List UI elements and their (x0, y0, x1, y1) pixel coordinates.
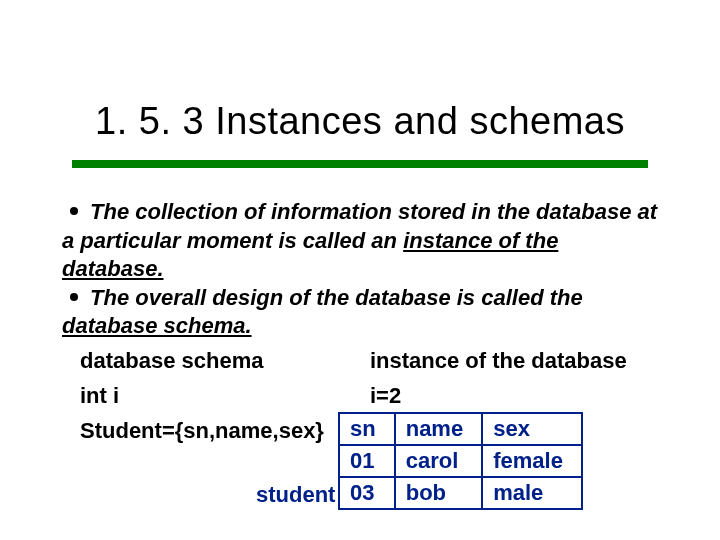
col-sn: sn (339, 413, 395, 445)
compare-right-1: instance of the database (370, 347, 658, 376)
cell-name: bob (395, 477, 482, 509)
table-row: 03 bob male (339, 477, 582, 509)
col-sex: sex (482, 413, 582, 445)
compare-row-2: int i i=2 (62, 382, 658, 411)
col-name: name (395, 413, 482, 445)
cell-name: carol (395, 445, 482, 477)
bullet-2-underlined: database schema. (62, 313, 252, 338)
cell-sn: 01 (339, 445, 395, 477)
compare-left-2: int i (62, 382, 370, 411)
slide: 1. 5. 3 Instances and schemas The collec… (0, 0, 720, 540)
cell-sn: 03 (339, 477, 395, 509)
cell-sex: male (482, 477, 582, 509)
compare-left-1: database schema (62, 347, 370, 376)
instance-table: sn name sex 01 carol female 03 bob male (338, 412, 583, 510)
student-table-label: student (256, 482, 335, 508)
bullet-2: The overall design of the database is ca… (62, 284, 658, 341)
cell-sex: female (482, 445, 582, 477)
compare-right-2: i=2 (370, 382, 658, 411)
bullet-2-text-a: The overall design of the database is ca… (90, 285, 583, 310)
body-text: The collection of information stored in … (62, 198, 658, 410)
compare-row-1: database schema instance of the database (62, 347, 658, 376)
schema-definition: Student={sn,name,sex} (80, 418, 324, 444)
table-header-row: sn name sex (339, 413, 582, 445)
title-underline (72, 160, 648, 168)
bullet-1-text-a: The collection of information stored in … (62, 199, 657, 253)
table-row: 01 carol female (339, 445, 582, 477)
slide-title: 1. 5. 3 Instances and schemas (0, 100, 720, 143)
bullet-icon (70, 293, 78, 301)
bullet-1: The collection of information stored in … (62, 198, 658, 284)
bullet-icon (70, 207, 78, 215)
